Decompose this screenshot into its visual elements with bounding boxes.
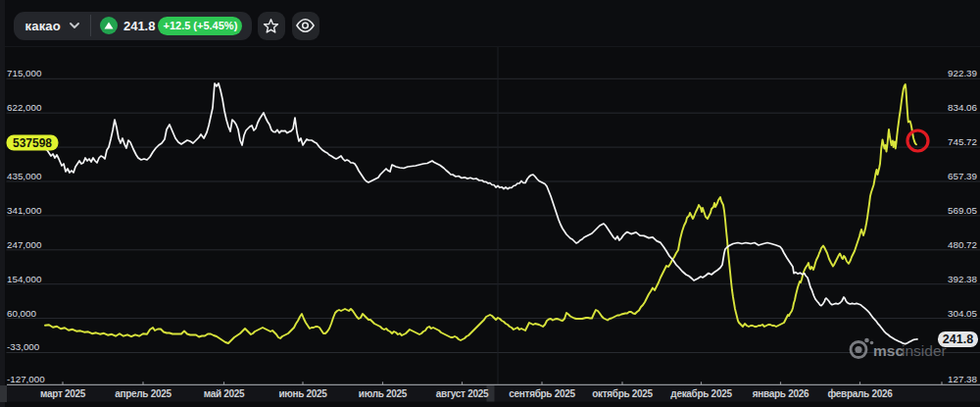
svg-text:304.05: 304.05 <box>948 308 978 319</box>
svg-text:154,000: 154,000 <box>7 274 42 284</box>
svg-text:922.39: 922.39 <box>948 68 977 78</box>
svg-text:715,000: 715,000 <box>7 68 42 78</box>
svg-text:622,000: 622,000 <box>7 102 42 113</box>
svg-text:октябрь 2025: октябрь 2025 <box>592 388 653 399</box>
svg-text:392.38: 392.38 <box>948 274 978 284</box>
svg-text:569.05: 569.05 <box>948 205 978 216</box>
svg-text:480.72: 480.72 <box>948 239 977 250</box>
svg-text:435,000: 435,000 <box>7 171 42 181</box>
svg-text:60,000: 60,000 <box>7 308 37 319</box>
svg-text:август 2025: август 2025 <box>436 388 489 399</box>
svg-text:февраль 2026: февраль 2026 <box>828 388 894 399</box>
svg-text:март 2025: март 2025 <box>40 388 86 399</box>
svg-text:537598: 537598 <box>13 136 52 150</box>
svg-text:июнь 2025: июнь 2025 <box>278 388 327 399</box>
svg-text:декабрь 2025: декабрь 2025 <box>670 388 732 399</box>
svg-text:-33,000: -33,000 <box>7 341 40 352</box>
svg-text:май 2025: май 2025 <box>204 388 245 399</box>
svg-text:241.8: 241.8 <box>943 332 973 346</box>
svg-text:247,000: 247,000 <box>7 239 42 250</box>
svg-text:834.06: 834.06 <box>948 102 978 113</box>
svg-text:апрель 2025: апрель 2025 <box>115 388 172 399</box>
svg-text:июль 2025: июль 2025 <box>359 388 408 399</box>
svg-text:657.39: 657.39 <box>948 171 977 181</box>
svg-text:-127,000: -127,000 <box>7 374 45 384</box>
svg-text:341,000: 341,000 <box>7 205 42 216</box>
svg-text:745.72: 745.72 <box>948 136 977 147</box>
svg-text:127.38: 127.38 <box>948 374 978 384</box>
svg-text:сентябрь 2025: сентябрь 2025 <box>509 388 575 399</box>
svg-text:январь 2026: январь 2026 <box>753 388 809 399</box>
svg-text:msc: msc <box>873 342 904 359</box>
